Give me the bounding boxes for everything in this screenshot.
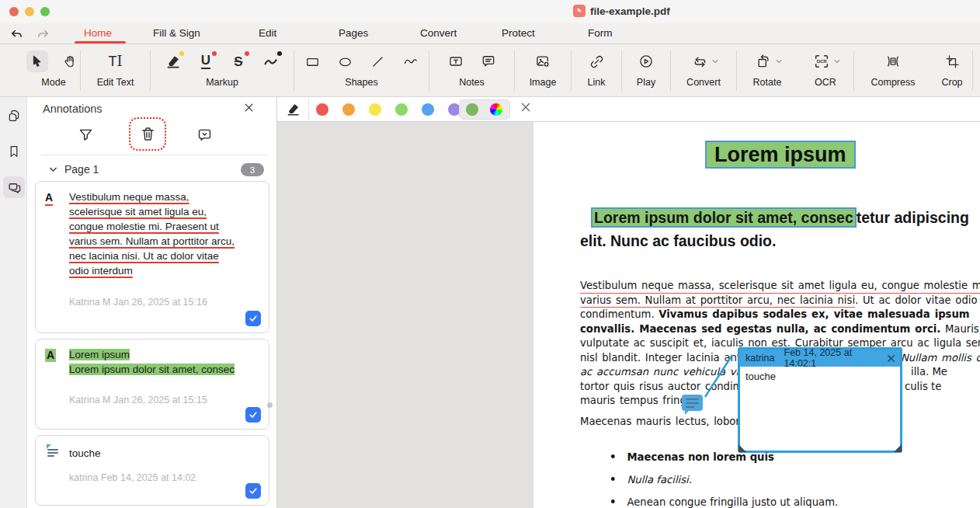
toolbar-group-convert: Convert — [671, 44, 736, 97]
rotate-button[interactable] — [751, 50, 776, 72]
close-window-button[interactable] — [9, 7, 19, 16]
compress-button[interactable] — [882, 50, 904, 72]
pen-tool-button[interactable] — [260, 50, 282, 72]
select-mode-button[interactable] — [26, 50, 48, 72]
bookmarks-panel-button[interactable] — [3, 141, 25, 162]
thumbnails-panel-button[interactable] — [3, 105, 25, 127]
text-box-icon — [448, 54, 464, 69]
ellipse-shape-button[interactable] — [335, 50, 356, 72]
annotation-meta: Katrina M Jan 26, 2025 at 15:15 — [69, 395, 207, 405]
toolbar-group-label: Convert — [686, 77, 721, 88]
check-icon — [248, 486, 258, 496]
ocr-button[interactable]: OCR — [809, 50, 834, 72]
collapse-chevron-icon[interactable] — [48, 165, 58, 175]
insert-image-button[interactable] — [532, 50, 554, 72]
zoom-window-button[interactable] — [40, 7, 50, 16]
toolbar-group-rotate: Rotate — [737, 44, 798, 97]
edit-text-button[interactable]: TΙ — [105, 50, 127, 72]
annotation-checkbox[interactable] — [245, 483, 261, 499]
tab-convert[interactable]: Convert — [420, 27, 457, 39]
toolbar-group-mode: Mode — [27, 44, 80, 97]
underline-tool-button[interactable]: U — [195, 50, 217, 72]
toolbar-group-markup: U S Markup — [151, 44, 294, 97]
annotations-panel-button[interactable] — [3, 176, 25, 198]
note-popup-close-button[interactable] — [876, 353, 896, 364]
toolbar-group-label: Crop — [941, 77, 962, 88]
tab-form[interactable]: Form — [588, 27, 613, 39]
rectangle-shape-button[interactable] — [302, 50, 324, 72]
convert-loop-icon — [692, 54, 708, 70]
panel-resize-handle[interactable] — [267, 402, 273, 408]
toolbar-group-edit-text: TΙ Edit Text — [81, 44, 150, 97]
annotation-checkbox[interactable] — [245, 311, 261, 326]
delete-annotations-button[interactable] — [136, 123, 159, 146]
compress-icon — [885, 54, 901, 69]
popup-resize-handle[interactable] — [738, 444, 746, 452]
selected-color-swatch[interactable] — [466, 103, 478, 116]
toolbar-group-label: Play — [637, 77, 655, 88]
annotation-card-note[interactable]: touchekatrina Feb 14, 2025 at 14:02 — [35, 435, 269, 506]
toolbar-group-image: Image — [515, 44, 571, 97]
color-swatch[interactable] — [342, 103, 355, 116]
doc-title-highlight[interactable]: Lorem ipsum — [705, 141, 856, 169]
tab-home[interactable]: Home — [84, 27, 112, 39]
bookmark-icon — [7, 144, 21, 158]
note-annotation-icon[interactable] — [682, 395, 703, 411]
color-swatch[interactable] — [369, 103, 381, 116]
undo-button[interactable] — [8, 26, 25, 43]
active-highlighter-tool[interactable] — [283, 100, 304, 119]
toolbar-group-label: Markup — [206, 77, 238, 88]
ocr-icon: OCR — [813, 53, 830, 70]
active-tab-indicator — [75, 41, 126, 43]
freehand-shape-button[interactable] — [400, 50, 422, 72]
annotation-text: Vestibulum neque massa,scelerisque sit a… — [69, 190, 235, 278]
convert-button[interactable] — [687, 50, 712, 72]
text-box-button[interactable] — [445, 50, 467, 72]
color-swatch[interactable] — [395, 103, 408, 116]
annotation-checkbox[interactable] — [245, 407, 261, 423]
annotation-type-icon: A — [45, 349, 56, 362]
color-bar-close-button[interactable] — [520, 101, 532, 117]
color-swatch[interactable] — [422, 103, 434, 116]
redo-button[interactable] — [34, 26, 51, 43]
popup-resize-handle[interactable] — [894, 444, 902, 452]
note-comment-button[interactable] — [478, 50, 499, 72]
annotation-text: touche — [69, 446, 101, 461]
page-group-header[interactable]: Page 1 3 — [27, 161, 276, 179]
undo-icon — [10, 28, 23, 41]
check-icon — [248, 410, 258, 419]
annotation-count-badge: 3 — [241, 163, 264, 176]
selected-color-group — [459, 99, 510, 120]
line-shape-button[interactable] — [367, 50, 389, 72]
annotation-card-underline[interactable]: AVestibulum neque massa,scelerisque sit … — [35, 181, 269, 333]
minimize-window-button[interactable] — [25, 7, 34, 16]
color-swatch[interactable] — [316, 103, 328, 116]
note-popup[interactable]: katrina Feb 14, 2025 at 14:02:1 touche — [738, 347, 902, 453]
play-presentation-button[interactable] — [635, 50, 657, 72]
tab-edit[interactable]: Edit — [259, 27, 276, 39]
hand-mode-button[interactable] — [59, 50, 81, 72]
tab-protect[interactable]: Protect — [502, 27, 535, 39]
highlight-tool-button[interactable] — [162, 50, 184, 72]
comment-options-button[interactable] — [193, 123, 216, 146]
doc-bullet-item: •Nulla facilisi. — [610, 474, 692, 485]
filter-annotations-button[interactable] — [74, 123, 97, 146]
annotation-meta: katrina Feb 14, 2025 at 14:02 — [69, 472, 196, 483]
doc-bullet-item: •Aenean congue fringilla justo ut aliqua… — [610, 496, 838, 508]
annotation-card-highlight[interactable]: ALorem ipsumLorem ipsum dolor sit amet, … — [35, 339, 269, 430]
heading-highlight[interactable]: Lorem ipsum dolor sit amet, consec — [591, 207, 857, 228]
tab-fill-sign[interactable]: Fill & Sign — [153, 27, 200, 39]
note-popup-header[interactable]: katrina Feb 14, 2025 at 14:02:1 — [740, 350, 900, 367]
doc-body-line: convallis. Maecenas sed egestas nulla, a… — [580, 323, 979, 335]
toolbar-group-label: Mode — [41, 77, 65, 88]
tab-pages[interactable]: Pages — [339, 27, 368, 39]
add-link-button[interactable] — [586, 50, 607, 72]
page-group-label: Page 1 — [64, 163, 99, 176]
toolbar-group-label: OCR — [815, 77, 836, 88]
note-popup-text[interactable]: touche — [745, 371, 776, 382]
panel-divider — [41, 155, 267, 155]
strikeout-tool-button[interactable]: S — [228, 50, 249, 72]
crop-button[interactable] — [941, 50, 963, 72]
panel-close-button[interactable] — [243, 102, 255, 117]
color-wheel-button[interactable] — [490, 103, 502, 116]
